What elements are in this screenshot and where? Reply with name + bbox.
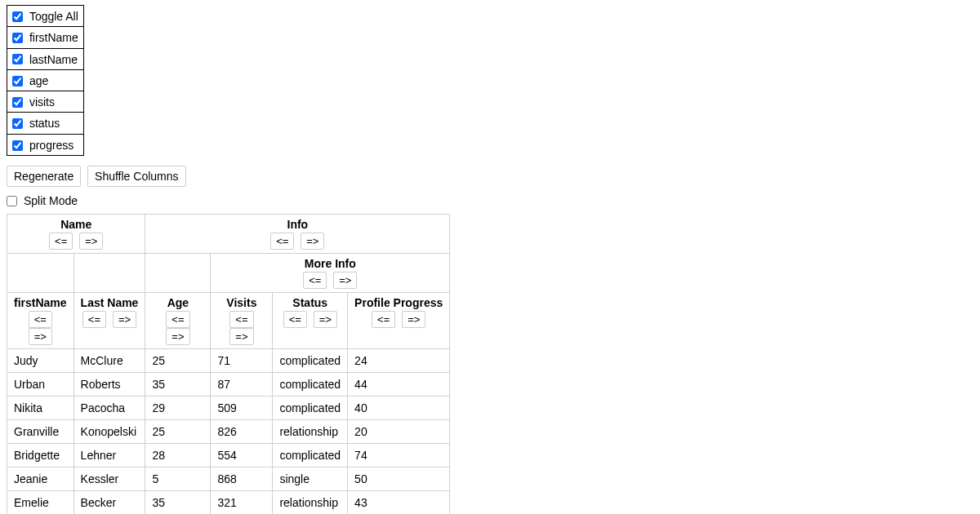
- move-left-button[interactable]: <=: [372, 311, 395, 328]
- toggle-all-row[interactable]: Toggle All: [7, 6, 83, 27]
- cell-visits: 554: [211, 444, 273, 467]
- cell-firstName: Jeanie: [7, 467, 74, 491]
- move-left-button[interactable]: <=: [270, 233, 294, 250]
- move-left-button[interactable]: <=: [283, 311, 307, 328]
- cell-firstName: Granville: [7, 420, 74, 444]
- split-mode-row[interactable]: Split Mode: [7, 193, 973, 207]
- visibility-label: firstName: [29, 32, 78, 45]
- visibility-item[interactable]: status: [7, 113, 83, 134]
- visibility-checkbox-progress[interactable]: [12, 140, 23, 151]
- group-title: Name: [14, 218, 138, 231]
- cell-progress: 20: [348, 420, 450, 444]
- table-row: GranvilleKonopelski25826relationship20: [7, 420, 450, 444]
- subgroup-placeholder: [74, 254, 145, 293]
- move-right-button[interactable]: =>: [166, 328, 189, 345]
- cell-age: 35: [145, 491, 211, 514]
- cell-status: complicated: [273, 373, 348, 397]
- move-left-button[interactable]: <=: [82, 311, 106, 328]
- move-left-button[interactable]: <=: [166, 311, 189, 328]
- cell-age: 25: [145, 420, 211, 444]
- move-right-button[interactable]: =>: [113, 311, 136, 328]
- subgroup-placeholder: [7, 254, 74, 293]
- table-row: JudyMcClure2571complicated24: [7, 349, 450, 373]
- visibility-item[interactable]: firstName: [7, 27, 83, 48]
- cell-age: 5: [145, 467, 211, 491]
- group-title: More Info: [217, 257, 443, 270]
- cell-visits: 826: [211, 420, 273, 444]
- visibility-checkbox-age[interactable]: [12, 76, 23, 86]
- column-title: Age: [152, 296, 203, 309]
- visibility-item[interactable]: visits: [7, 91, 83, 113]
- move-right-button[interactable]: =>: [333, 272, 357, 289]
- visibility-checkbox-visits[interactable]: [12, 97, 23, 108]
- column-header-visits: Visits <= =>: [211, 293, 273, 349]
- subgroup-placeholder: [145, 254, 211, 293]
- cell-status: relationship: [273, 491, 348, 514]
- move-right-button[interactable]: =>: [314, 311, 337, 328]
- cell-progress: 50: [348, 467, 450, 491]
- shuffle-columns-button[interactable]: Shuffle Columns: [87, 166, 185, 187]
- visibility-checkbox-firstName[interactable]: [12, 33, 23, 43]
- column-visibility-panel: Toggle All firstName lastName age visits…: [7, 5, 84, 156]
- group-header-more-info: More Info <= =>: [211, 254, 450, 293]
- table-row: UrbanRoberts3587complicated44: [7, 373, 450, 397]
- cell-visits: 87: [211, 373, 273, 397]
- move-right-button[interactable]: =>: [29, 328, 52, 345]
- move-left-button[interactable]: <=: [49, 233, 73, 250]
- cell-firstName: Urban: [7, 373, 74, 397]
- column-header-firstName: firstName <= =>: [7, 293, 74, 349]
- cell-progress: 44: [348, 373, 450, 397]
- toggle-all-checkbox[interactable]: [12, 11, 23, 22]
- visibility-item[interactable]: lastName: [7, 49, 83, 70]
- cell-lastName: Lehner: [74, 444, 145, 467]
- column-title: Profile Progress: [354, 296, 443, 309]
- cell-progress: 74: [348, 444, 450, 467]
- header-row-groups: Name <= => Info <= =>: [7, 215, 450, 254]
- visibility-label: status: [29, 117, 60, 131]
- column-header-progress: Profile Progress <= =>: [348, 293, 450, 349]
- cell-lastName: Kessler: [74, 467, 145, 491]
- cell-firstName: Nikita: [7, 397, 74, 420]
- visibility-checkbox-status[interactable]: [12, 118, 23, 129]
- move-right-button[interactable]: =>: [301, 233, 324, 250]
- group-header-name: Name <= =>: [7, 215, 145, 254]
- visibility-label: age: [29, 74, 48, 87]
- regenerate-button[interactable]: Regenerate: [7, 166, 81, 187]
- cell-status: complicated: [273, 444, 348, 467]
- toggle-all-label: Toggle All: [29, 10, 78, 23]
- header-row-subgroups: More Info <= =>: [7, 254, 450, 293]
- split-mode-checkbox[interactable]: [7, 196, 17, 206]
- group-title: Info: [152, 218, 443, 231]
- cell-firstName: Emelie: [7, 491, 74, 514]
- visibility-item[interactable]: age: [7, 70, 83, 91]
- column-title: Last Name: [81, 296, 139, 309]
- split-mode-label: Split Mode: [24, 194, 78, 207]
- move-left-button[interactable]: <=: [29, 311, 52, 328]
- cell-visits: 868: [211, 467, 273, 491]
- table-row: NikitaPacocha29509complicated40: [7, 397, 450, 420]
- column-title: firstName: [14, 296, 67, 309]
- column-title: Visits: [217, 296, 265, 309]
- table-row: EmelieBecker35321relationship43: [7, 491, 450, 514]
- cell-age: 28: [145, 444, 211, 467]
- cell-firstName: Judy: [7, 349, 74, 373]
- cell-status: complicated: [273, 397, 348, 420]
- visibility-checkbox-lastName[interactable]: [12, 54, 23, 64]
- header-row-columns: firstName <= => Last Name <= => Age <= =…: [7, 293, 450, 349]
- cell-lastName: Becker: [74, 491, 145, 514]
- data-table: Name <= => Info <= => More Info <= =>: [7, 214, 450, 514]
- cell-status: complicated: [273, 349, 348, 373]
- column-header-status: Status <= =>: [273, 293, 348, 349]
- move-right-button[interactable]: =>: [402, 311, 425, 328]
- visibility-item[interactable]: progress: [7, 135, 83, 155]
- cell-age: 29: [145, 397, 211, 420]
- move-left-button[interactable]: <=: [229, 311, 253, 328]
- move-left-button[interactable]: <=: [303, 272, 327, 289]
- cell-lastName: McClure: [74, 349, 145, 373]
- group-header-info: Info <= =>: [145, 215, 450, 254]
- cell-status: relationship: [273, 420, 348, 444]
- move-right-button[interactable]: =>: [229, 328, 253, 345]
- cell-age: 25: [145, 349, 211, 373]
- visibility-label: progress: [29, 139, 74, 152]
- move-right-button[interactable]: =>: [79, 233, 103, 250]
